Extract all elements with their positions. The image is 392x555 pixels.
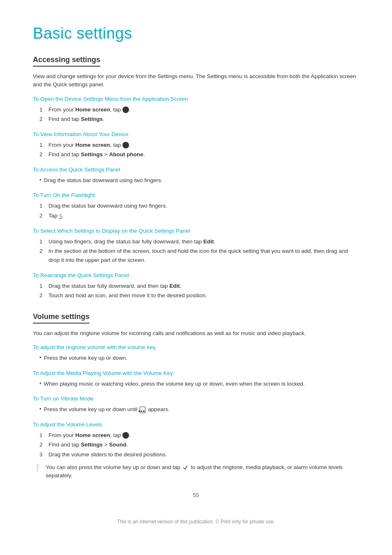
- page-footer: This is an internet version of this publ…: [33, 519, 359, 525]
- subsection-ringtone-volume: To adjust the ringtone volume with the v…: [33, 344, 359, 363]
- subsection-title-volume-levels: To Adjust the Volume Levels: [33, 421, 359, 428]
- page-number: 55: [33, 492, 359, 498]
- subsection-volume-levels: To Adjust the Volume Levels 1 From your …: [33, 421, 359, 480]
- apps-icon: [122, 106, 129, 113]
- section-volume-settings: Volume settings You can adjust the ringt…: [33, 312, 359, 480]
- bullet-item: When playing music or watching video, pr…: [39, 379, 359, 388]
- subsection-title-access-quick: To Access the Quick Settings Panel: [33, 166, 359, 173]
- apps-icon-2: [122, 432, 129, 439]
- step-item: 1 Using two fingers, drag the status bar…: [39, 237, 359, 246]
- subsection-title-select-quick: To Select Which Settings to Display on t…: [33, 228, 359, 234]
- section-accessing-settings: Accessing settings View and change setti…: [33, 56, 359, 300]
- subsection-select-quick-settings: To Select Which Settings to Display on t…: [33, 228, 359, 265]
- step-list-volume-levels: 1 From your Home screen, tap . 2 Find an…: [39, 431, 359, 459]
- subsection-title-vibrate: To Turn on Vibrate Mode: [33, 395, 359, 402]
- subsection-flashlight: To Turn On the Flashlight 1 Drag the sta…: [33, 192, 359, 220]
- note-icon: ❕: [33, 462, 42, 474]
- bullet-list-access-quick: Drag the status bar downward using two f…: [39, 176, 359, 185]
- bullet-item: Press the volume key up or down until ●●…: [39, 405, 359, 414]
- note-box: ❕ You can also press the volume key up o…: [33, 463, 359, 480]
- flashlight-icon: ☇̲: [59, 212, 62, 220]
- subsection-open-device-settings: To Open the Device Settings Menu from th…: [33, 96, 359, 124]
- step-item: 1 Drag the status bar fully downward, an…: [39, 282, 359, 291]
- subsection-title-open-device: To Open the Device Settings Menu from th…: [33, 96, 359, 102]
- checkmark-icon: [182, 465, 188, 470]
- step-list-flashlight: 1 Drag the status bar downward using two…: [39, 201, 359, 220]
- step-list-open-device: 1 From your Home screen, tap . 2 Find an…: [39, 105, 359, 124]
- step-item: 1 From your Home screen, tap .: [39, 105, 359, 114]
- step-item: 2 Find and tap Settings > Sound.: [39, 440, 359, 449]
- bullet-list-vibrate: Press the volume key up or down until ●●…: [39, 405, 359, 414]
- apps-icon: [122, 142, 129, 148]
- subsection-title-view-info: To View Information About Your Device: [33, 131, 359, 137]
- section-heading-volume: Volume settings: [33, 312, 90, 324]
- section-heading-accessing: Accessing settings: [33, 56, 100, 67]
- step-item: 1 From your Home screen, tap .: [39, 141, 359, 150]
- bullet-list-ringtone: Press the volume key up or down.: [39, 354, 359, 363]
- subsection-title-rearrange: To Rearrange the Quick Settings Panel: [33, 272, 359, 278]
- page-title: Basic settings: [33, 25, 359, 42]
- section-intro-volume: You can adjust the ringtone volume for i…: [33, 329, 359, 338]
- step-list-rearrange: 1 Drag the status bar fully downward, an…: [39, 282, 359, 300]
- subsection-access-quick-settings: To Access the Quick Settings Panel Drag …: [33, 166, 359, 185]
- section-intro-accessing: View and change settings for your device…: [33, 72, 359, 89]
- bullet-list-media-volume: When playing music or watching video, pr…: [39, 379, 359, 388]
- step-item: 1 Drag the status bar downward using two…: [39, 201, 359, 210]
- note-text: You can also press the volume key up or …: [46, 463, 359, 480]
- subsection-title-media-volume: To Adjust the Media Playing Volume with …: [33, 370, 359, 376]
- step-item: 3 Drag the volume sliders to the desired…: [39, 450, 359, 459]
- subsection-rearrange-quick-settings: To Rearrange the Quick Settings Panel 1 …: [33, 272, 359, 300]
- subsection-view-info: To View Information About Your Device 1 …: [33, 131, 359, 159]
- subsection-title-flashlight: To Turn On the Flashlight: [33, 192, 359, 198]
- bullet-item: Press the volume key up or down.: [39, 354, 359, 363]
- step-item: 2 Tap ☇̲.: [39, 211, 359, 220]
- step-list-view-info: 1 From your Home screen, tap . 2 Find an…: [39, 141, 359, 159]
- step-list-select-quick: 1 Using two fingers, drag the status bar…: [39, 237, 359, 265]
- step-item: 2 Find and tap Settings > About phone.: [39, 150, 359, 159]
- subsection-vibrate: To Turn on Vibrate Mode Press the volume…: [33, 395, 359, 414]
- step-item: 2 In the section at the bottom of the sc…: [39, 247, 359, 264]
- step-item: 2 Find and tap Settings.: [39, 115, 359, 124]
- step-item: 2 Touch and hold an icon, and then move …: [39, 291, 359, 300]
- step-item: 1 From your Home screen, tap .: [39, 431, 359, 440]
- subsection-title-ringtone: To adjust the ringtone volume with the v…: [33, 344, 359, 350]
- subsection-media-volume: To Adjust the Media Playing Volume with …: [33, 370, 359, 388]
- vibrate-icon: ●●●: [140, 407, 145, 413]
- bullet-item: Drag the status bar downward using two f…: [39, 176, 359, 185]
